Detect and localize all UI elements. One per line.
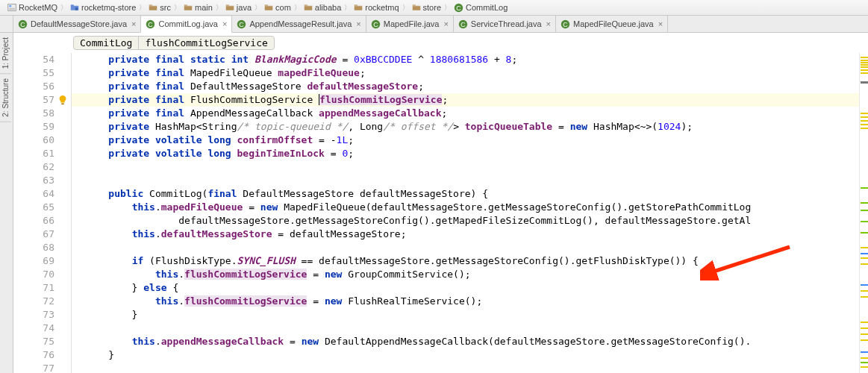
code-line[interactable]: private HashMap<String/* topic-queueid *…: [72, 120, 868, 134]
marker[interactable]: [861, 284, 868, 286]
marker[interactable]: [861, 247, 868, 248]
code-line[interactable]: [72, 160, 868, 174]
code-line[interactable]: private volatile long confirmOffset = -1…: [72, 134, 868, 147]
marker[interactable]: [861, 57, 868, 58]
marker[interactable]: [861, 187, 868, 189]
code-line[interactable]: [72, 362, 868, 373]
code-text[interactable]: private final static int BlankMagicCode …: [72, 53, 868, 373]
close-icon[interactable]: ×: [222, 19, 227, 28]
marker[interactable]: [861, 116, 868, 118]
code-line[interactable]: private final DefaultMessageStore defaul…: [72, 80, 868, 93]
svg-text:C: C: [460, 20, 466, 28]
marker[interactable]: [861, 60, 868, 61]
code-line[interactable]: private final static int BlankMagicCode …: [72, 53, 868, 66]
code-line[interactable]: this.appendMessageCallback = new Default…: [72, 335, 868, 348]
breadcrumb-label: main: [195, 3, 213, 12]
tool-window-tab[interactable]: 1: Project: [0, 33, 11, 74]
close-icon[interactable]: ×: [443, 19, 448, 28]
line-number: 58: [13, 107, 54, 120]
code-line[interactable]: this.mapedFileQueue = new MapedFileQueue…: [72, 201, 868, 214]
marker[interactable]: [861, 202, 868, 204]
editor-tab[interactable]: CMapedFileQueue.java×: [555, 16, 668, 32]
marker[interactable]: [861, 128, 868, 129]
marker[interactable]: [861, 290, 868, 292]
marker[interactable]: [861, 362, 868, 363]
close-icon[interactable]: ×: [356, 19, 360, 28]
svg-text:C: C: [20, 20, 25, 28]
marker[interactable]: [861, 253, 868, 254]
marker[interactable]: [861, 221, 868, 222]
tab-label: AppendMessageResult.java: [249, 19, 352, 28]
line-number: 60: [13, 134, 54, 147]
breadcrumb-item[interactable]: store: [409, 3, 444, 12]
marker[interactable]: [861, 357, 868, 359]
marker[interactable]: [861, 333, 868, 335]
close-icon[interactable]: ×: [131, 19, 136, 28]
tab-label: MapedFileQueue.java: [573, 19, 654, 28]
tool-window-tab[interactable]: 2: Structure: [0, 74, 11, 122]
marker[interactable]: [861, 62, 868, 63]
code-line[interactable]: this.flushCommitLogService = new FlushRe…: [72, 295, 868, 308]
code-line[interactable]: defaultMessageStore.getMessageStoreConfi…: [72, 214, 868, 228]
marker[interactable]: [861, 232, 868, 233]
marker[interactable]: [861, 210, 868, 211]
editor-tab[interactable]: CServiceThread.java×: [453, 16, 556, 32]
code-line[interactable]: public CommitLog(final DefaultMessageSto…: [72, 187, 868, 201]
breadcrumb-item[interactable]: CCommitLog: [451, 3, 511, 13]
code-line[interactable]: [72, 322, 868, 335]
marker[interactable]: [861, 64, 868, 66]
line-number: 57: [13, 93, 54, 107]
breadcrumb-item[interactable]: rocketmq: [351, 3, 402, 12]
marker[interactable]: [861, 263, 868, 265]
editor-tab[interactable]: CAppendMessageResult.java×: [231, 16, 366, 32]
breadcrumb-item[interactable]: alibaba: [301, 3, 344, 12]
editor-tab[interactable]: CCommitLog.java×: [140, 16, 232, 33]
marker[interactable]: [861, 351, 868, 353]
code-line[interactable]: [72, 174, 868, 187]
breadcrumb-separator-icon: 〉: [60, 3, 67, 13]
code-line[interactable]: private final MapedFileQueue mapedFileQu…: [72, 66, 868, 80]
code-line[interactable]: if (FlushDiskType.SYNC_FLUSH == defaultM…: [72, 254, 868, 268]
code-line[interactable]: } else {: [72, 281, 868, 295]
code-line[interactable]: }: [72, 308, 868, 322]
code-line[interactable]: private volatile long beginTimeInLock = …: [72, 147, 868, 160]
close-icon[interactable]: ×: [546, 19, 551, 28]
code-line[interactable]: private final FlushCommitLogService flus…: [72, 93, 868, 107]
marker[interactable]: [861, 72, 868, 74]
line-number: 75: [13, 335, 54, 348]
lightbulb-icon[interactable]: [57, 95, 68, 109]
editor-tab[interactable]: CMapedFile.java×: [366, 16, 454, 32]
breadcrumb-item[interactable]: com: [261, 3, 294, 12]
marker[interactable]: [861, 366, 868, 368]
tab-label: DefaultMessageStore.java: [31, 19, 127, 28]
marker[interactable]: [861, 124, 868, 125]
marker[interactable]: [861, 327, 868, 329]
marker[interactable]: [861, 257, 868, 259]
structure-crumb[interactable]: CommitLog: [73, 36, 139, 50]
marker[interactable]: [861, 66, 868, 68]
code-line[interactable]: this.defaultMessageStore = defaultMessag…: [72, 228, 868, 241]
editor-tab[interactable]: CDefaultMessageStore.java×: [13, 16, 141, 32]
breadcrumb-label: alibaba: [315, 3, 341, 12]
breadcrumb-item[interactable]: rocketmq-store: [67, 3, 139, 12]
marker[interactable]: [861, 322, 868, 323]
marker[interactable]: [861, 339, 868, 341]
breadcrumb-item[interactable]: main: [181, 3, 216, 12]
marker[interactable]: [861, 69, 868, 71]
marker[interactable]: [861, 120, 868, 122]
code-line[interactable]: this.flushCommitLogService = new GroupCo…: [72, 268, 868, 281]
breadcrumb-item[interactable]: java: [222, 3, 255, 12]
code-line[interactable]: [72, 241, 868, 254]
code-line[interactable]: private final AppendMessageCallback appe…: [72, 107, 868, 120]
marker[interactable]: [861, 81, 868, 84]
structure-crumb[interactable]: flushCommitLogService: [138, 36, 274, 50]
close-icon[interactable]: ×: [658, 19, 663, 28]
breadcrumb-item[interactable]: src: [146, 3, 174, 12]
marker[interactable]: [861, 296, 868, 298]
code-area[interactable]: 5455565758596061626364656667686970717273…: [13, 53, 868, 373]
breadcrumb-item[interactable]: RocketMQ: [4, 3, 60, 12]
marker-stripe[interactable]: [859, 53, 868, 373]
marker[interactable]: [861, 113, 868, 114]
breadcrumb-separator-icon: 〉: [139, 3, 146, 13]
code-line[interactable]: }: [72, 348, 868, 362]
